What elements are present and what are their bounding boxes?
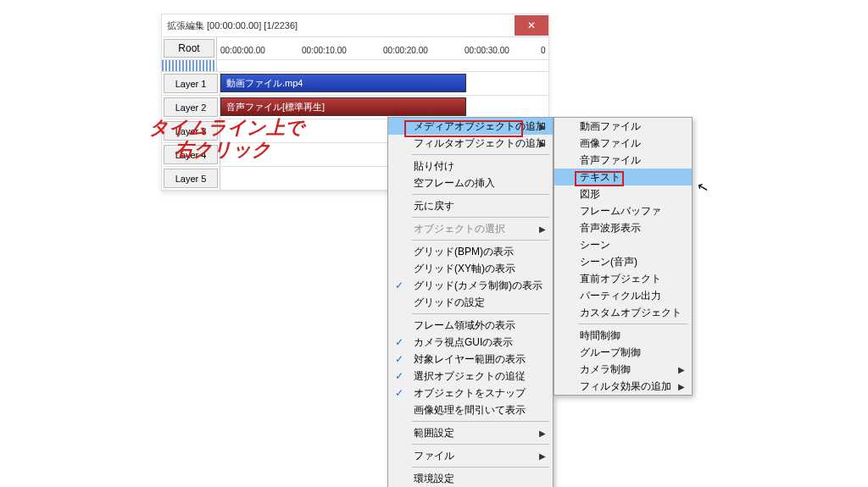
submenu-time-ctrl[interactable]: 時間制御 — [554, 327, 692, 344]
root-button[interactable]: Root — [164, 39, 214, 58]
close-icon: ✕ — [527, 19, 536, 31]
track-label[interactable]: Layer 2 — [164, 97, 218, 117]
ruler-ticks — [217, 39, 548, 44]
clip-label: 音声ファイル[標準再生] — [226, 101, 325, 113]
track-row: Layer 2 音声ファイル[標準再生] — [162, 96, 548, 119]
menu-snap[interactable]: ✓オブジェクトをスナップ — [388, 385, 553, 401]
menu-label: 選択オブジェクトの追従 — [414, 369, 526, 384]
submenu-scene-audio[interactable]: シーン(音声) — [554, 253, 692, 270]
stripes-area — [216, 60, 548, 71]
submenu-video[interactable]: 動画ファイル — [554, 118, 692, 135]
submenu-particle[interactable]: パーティクル出力 — [554, 287, 692, 304]
track-area[interactable]: 動画ファイル.mp4 — [220, 72, 548, 95]
chevron-right-icon: ▶ — [678, 382, 685, 391]
menu-label: フレーム領域外の表示 — [414, 318, 515, 333]
menu-separator — [412, 194, 549, 195]
titlebar[interactable]: 拡張編集 [00:00:00.00] [1/2236] ✕ — [162, 14, 548, 36]
menu-grid-bpm[interactable]: グリッド(BPM)の表示 — [388, 243, 553, 260]
menu-thinning[interactable]: 画像処理を間引いて表示 — [388, 401, 553, 418]
stripes-row — [162, 60, 548, 72]
menu-separator — [412, 313, 549, 314]
check-icon: ✓ — [395, 353, 403, 365]
menu-label: 時間制御 — [580, 329, 620, 343]
menu-label: カメラ視点GUIの表示 — [414, 335, 513, 350]
menu-object-select: オブジェクトの選択 ▶ — [388, 220, 553, 237]
menu-insert-blank[interactable]: 空フレームの挿入 — [388, 174, 553, 191]
timeline-ruler[interactable]: 00:00:00.00 00:00:10.00 00:00:20.00 00:0… — [216, 37, 548, 59]
menu-undo[interactable]: 元に戻す — [388, 197, 553, 214]
menu-label: シーン(音声) — [580, 255, 637, 269]
menu-label: 画像ファイル — [580, 136, 641, 151]
context-menu-main: メディアオブジェクトの追加 ▶ フィルタオブジェクトの追加 ▶ 貼り付け 空フレ… — [387, 117, 554, 487]
check-icon: ✓ — [395, 279, 403, 291]
audio-clip[interactable]: 音声ファイル[標準再生] — [220, 97, 466, 116]
submenu-scene[interactable]: シーン — [554, 236, 692, 253]
menu-separator — [412, 421, 549, 422]
submenu-text[interactable]: テキスト — [554, 169, 692, 185]
menu-separator — [412, 217, 549, 218]
submenu-shape[interactable]: 図形 — [554, 185, 692, 202]
menu-camera-gui[interactable]: ✓カメラ視点GUIの表示 — [388, 334, 553, 351]
chevron-right-icon: ▶ — [539, 224, 546, 234]
ruler-label: 00:00:20.00 — [383, 46, 428, 55]
menu-label: 対象レイヤー範囲の表示 — [414, 352, 526, 367]
menu-layer-range[interactable]: ✓対象レイヤー範囲の表示 — [388, 351, 553, 368]
track-area[interactable]: 音声ファイル[標準再生] — [220, 96, 548, 119]
menu-label: カメラ制御 — [580, 362, 631, 377]
menu-file[interactable]: ファイル▶ — [388, 447, 553, 464]
submenu-framebuf[interactable]: フレームバッファ — [554, 202, 692, 219]
context-submenu-media: 動画ファイル 画像ファイル 音声ファイル テキスト 図形 フレームバッファ 音声… — [554, 117, 693, 396]
menu-label: 範囲設定 — [414, 426, 454, 440]
submenu-filter-effect[interactable]: フィルタ効果の追加▶ — [554, 378, 692, 395]
menu-label: パーティクル出力 — [580, 289, 661, 303]
track-label[interactable]: Layer 5 — [164, 169, 218, 188]
video-clip[interactable]: 動画ファイル.mp4 — [220, 74, 466, 92]
menu-frame-out[interactable]: フレーム領域外の表示 — [388, 317, 553, 334]
ruler-label: 0 — [541, 46, 546, 55]
menu-separator — [578, 324, 688, 324]
close-button[interactable]: ✕ — [515, 15, 548, 36]
menu-follow-sel[interactable]: ✓選択オブジェクトの追従 — [388, 368, 553, 385]
menu-media-add[interactable]: メディアオブジェクトの追加 ▶ — [388, 118, 553, 135]
submenu-audio[interactable]: 音声ファイル — [554, 152, 692, 169]
submenu-camera-ctrl[interactable]: カメラ制御▶ — [554, 361, 692, 378]
menu-label: 図形 — [580, 187, 600, 202]
submenu-custom[interactable]: カスタムオブジェクト — [554, 304, 692, 321]
menu-label: 元に戻す — [414, 199, 454, 213]
menu-grid-xy[interactable]: グリッド(XY軸)の表示 — [388, 260, 553, 277]
menu-label: フィルタオブジェクトの追加 — [414, 136, 546, 151]
check-icon: ✓ — [395, 387, 403, 399]
menu-label: 画像処理を間引いて表示 — [414, 403, 526, 418]
menu-label: グリッドの設定 — [414, 296, 485, 310]
ruler-label: 00:00:00.00 — [220, 46, 265, 55]
menu-paste[interactable]: 貼り付け — [388, 158, 553, 174]
submenu-group-ctrl[interactable]: グループ制御 — [554, 344, 692, 361]
mouse-cursor-icon: ↖ — [695, 179, 709, 197]
check-icon: ✓ — [395, 336, 403, 348]
check-icon: ✓ — [395, 370, 403, 382]
menu-label: グリッド(XY軸)の表示 — [414, 262, 515, 276]
menu-label: グリッド(カメラ制御)の表示 — [414, 279, 542, 293]
menu-range[interactable]: 範囲設定▶ — [388, 424, 553, 441]
annotation-line2: 右クリック — [175, 139, 304, 161]
menu-grid-camera[interactable]: ✓グリッド(カメラ制御)の表示 — [388, 277, 553, 294]
menu-label: 空フレームの挿入 — [414, 176, 495, 191]
timeline-header: Root 00:00:00.00 00:00:10.00 00:00:20.00… — [162, 36, 548, 60]
submenu-waveform[interactable]: 音声波形表示 — [554, 219, 692, 236]
ruler-label: 00:00:10.00 — [302, 46, 347, 55]
menu-separator — [412, 240, 549, 241]
submenu-prev-obj[interactable]: 直前オブジェクト — [554, 270, 692, 287]
menu-label: フレームバッファ — [580, 204, 661, 219]
menu-label: 環境設定 — [414, 472, 454, 486]
ruler-label: 00:00:30.00 — [465, 46, 509, 55]
menu-grid-settings[interactable]: グリッドの設定 — [388, 294, 553, 311]
submenu-image[interactable]: 画像ファイル — [554, 135, 692, 152]
track-label[interactable]: Layer 1 — [164, 74, 218, 93]
menu-label: カスタムオブジェクト — [580, 306, 682, 320]
menu-filter-add[interactable]: フィルタオブジェクトの追加 ▶ — [388, 135, 553, 152]
menu-label: オブジェクトの選択 — [414, 222, 505, 236]
menu-env[interactable]: 環境設定 — [388, 470, 553, 487]
chevron-right-icon: ▶ — [539, 139, 546, 148]
menu-label: 音声波形表示 — [580, 221, 641, 235]
chevron-right-icon: ▶ — [539, 122, 546, 131]
